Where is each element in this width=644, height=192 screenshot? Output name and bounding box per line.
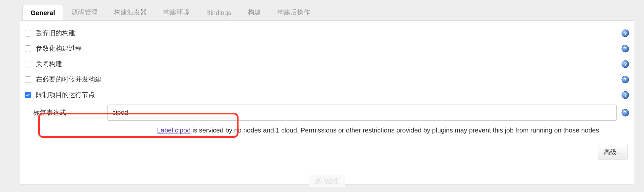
- option-label: 关闭构建: [36, 60, 62, 68]
- checkbox-discard-old-builds[interactable]: [25, 30, 31, 36]
- svg-text:?: ?: [624, 77, 627, 82]
- svg-text:?: ?: [624, 30, 627, 36]
- label-expression-hint: Label cipod is serviced by no nodes and …: [23, 123, 625, 138]
- tab-bindings[interactable]: Bindings: [198, 5, 240, 21]
- section-anchor-scm[interactable]: 源码管理: [309, 175, 345, 187]
- tab-postbuild[interactable]: 构建后操作: [269, 4, 318, 21]
- help-icon[interactable]: ?: [621, 109, 629, 117]
- help-icon[interactable]: ?: [621, 76, 629, 84]
- label-link[interactable]: Label cipod: [157, 127, 191, 134]
- checkbox-disable-build[interactable]: [25, 61, 31, 67]
- tab-build[interactable]: 构建: [240, 4, 269, 21]
- checkbox-concurrent-build[interactable]: [25, 76, 31, 83]
- svg-text:?: ?: [624, 92, 627, 98]
- option-label: 限制项目的运行节点: [36, 90, 95, 99]
- option-label: 在必要的时候并发构建: [36, 75, 102, 84]
- config-tabs: General 源码管理 构建触发器 构建环境 Bindings 构建 构建后操…: [22, 3, 634, 20]
- help-icon[interactable]: ?: [621, 91, 629, 99]
- checkbox-restrict-node[interactable]: [25, 92, 31, 98]
- label-expression-input[interactable]: [107, 105, 617, 121]
- label-expression-row: 标签表达式 ?: [23, 103, 631, 123]
- svg-text:?: ?: [624, 46, 627, 51]
- tab-env[interactable]: 构建环境: [155, 4, 198, 21]
- checkbox-parameterized[interactable]: [25, 45, 31, 52]
- option-parameterized: 参数化构建过程 ?: [23, 41, 631, 56]
- svg-text:?: ?: [624, 110, 627, 115]
- hint-text: is serviced by no nodes and 1 cloud. Per…: [191, 127, 601, 134]
- tab-general[interactable]: General: [22, 5, 63, 21]
- help-icon[interactable]: ?: [621, 29, 629, 37]
- option-discard-old-builds: 丢弃旧的构建 ?: [23, 25, 631, 41]
- option-restrict-node: 限制项目的运行节点 ?: [23, 87, 631, 103]
- help-icon[interactable]: ?: [621, 45, 629, 53]
- label-expression-label: 标签表达式: [33, 108, 103, 117]
- tab-scm[interactable]: 源码管理: [63, 4, 106, 21]
- general-panel: 丢弃旧的构建 ? 参数化构建过程 ? 关闭构建 ?: [20, 20, 634, 185]
- option-concurrent-build: 在必要的时候并发构建 ?: [23, 72, 631, 87]
- help-icon[interactable]: ?: [621, 60, 629, 68]
- option-disable-build: 关闭构建 ?: [23, 56, 631, 72]
- option-label: 丢弃旧的构建: [36, 29, 75, 37]
- svg-text:?: ?: [624, 61, 627, 67]
- option-label: 参数化构建过程: [36, 44, 82, 53]
- advanced-button[interactable]: 高级...: [598, 145, 628, 159]
- tab-triggers[interactable]: 构建触发器: [106, 4, 155, 21]
